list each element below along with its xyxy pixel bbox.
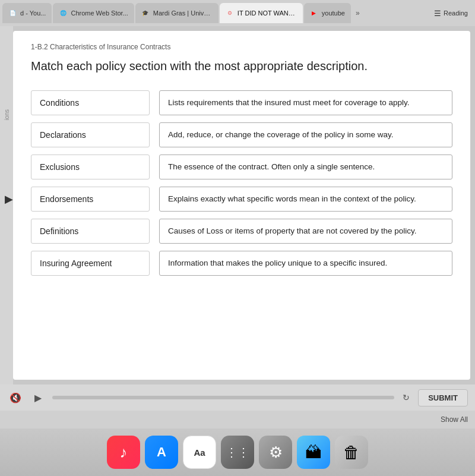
- term-endorsements[interactable]: Endorsements: [31, 187, 150, 212]
- tab-label-youtube: youtube: [322, 10, 345, 17]
- reading-list-label: Reading: [444, 10, 468, 17]
- tab-favicon-you: 📄: [8, 9, 17, 17]
- content-card: 1-B.2 Characteristics of Insurance Contr…: [13, 31, 470, 380]
- finder-icon: 🏔: [305, 443, 322, 462]
- play-button[interactable]: ▶: [30, 389, 46, 406]
- dock-icon-appstore[interactable]: A: [145, 436, 178, 469]
- dock-icon-music[interactable]: ♪: [107, 436, 140, 469]
- appstore-icon: A: [157, 445, 166, 460]
- tab-favicon-youtube: ▶: [310, 9, 318, 17]
- dictionary-icon: Aa: [194, 447, 205, 458]
- reading-list-icon: ☰: [434, 9, 441, 18]
- desc-conditions[interactable]: Lists requirements that the insured must…: [159, 90, 452, 115]
- tab-it-did-not[interactable]: ⚙ IT DID NOT WANT...: [220, 3, 303, 23]
- term-definitions[interactable]: Definitions: [31, 219, 150, 244]
- bottom-toolbar: 🔇 ▶ ↻ SUBMIT: [0, 384, 475, 411]
- desc-insuring-agreement[interactable]: Information that makes the policy unique…: [159, 251, 452, 276]
- term-exclusions[interactable]: Exclusions: [31, 155, 150, 179]
- submit-button[interactable]: SUBMIT: [418, 389, 468, 406]
- term-insuring-agreement[interactable]: Insuring Agreement: [31, 251, 150, 276]
- tab-favicon-mardi: 🎓: [141, 9, 150, 17]
- term-declarations[interactable]: Declarations: [31, 122, 150, 147]
- audio-button[interactable]: 🔇: [7, 389, 24, 406]
- lesson-code: 1-B.2 Characteristics of Insurance Contr…: [31, 43, 452, 51]
- show-all-bar: Show All: [0, 411, 475, 428]
- tab-favicon-it: ⚙: [226, 9, 234, 17]
- tab-bar: 📄 d - You... 🌐 Chrome Web Stor... 🎓 Mard…: [0, 0, 475, 26]
- tab-favicon-chrome: 🌐: [59, 9, 67, 17]
- browser-content: ions ▶ 1-B.2 Characteristics of Insuranc…: [0, 26, 475, 384]
- desc-declarations[interactable]: Add, reduce, or change the coverage of t…: [159, 122, 452, 147]
- progress-bar[interactable]: [52, 396, 394, 399]
- music-icon: ♪: [120, 443, 128, 462]
- dock-icon-dictionary[interactable]: Aa: [183, 436, 216, 469]
- matching-container: Conditions Lists requirements that the i…: [31, 90, 452, 276]
- tab-mardi[interactable]: 🎓 Mardi Gras | Unive...: [135, 3, 218, 23]
- tab-label-you: d - You...: [20, 10, 46, 17]
- tab-label-mardi: Mardi Gras | Unive...: [153, 10, 213, 17]
- term-conditions[interactable]: Conditions: [31, 90, 150, 115]
- sidebar-hint: ions ▶: [0, 26, 13, 384]
- reading-list-button[interactable]: ☰ Reading: [429, 7, 473, 20]
- match-row-5: Definitions Causes of Loss or items of p…: [31, 219, 452, 244]
- dock-icon-trash[interactable]: 🗑: [335, 436, 368, 469]
- tab-youtube[interactable]: ▶ youtube: [304, 3, 351, 23]
- sidebar-hint-label: ions: [4, 109, 10, 120]
- refresh-icon[interactable]: ↻: [400, 392, 412, 404]
- dock-icon-finder[interactable]: 🏔: [297, 436, 330, 469]
- more-tabs-icon[interactable]: »: [352, 9, 363, 17]
- tab-you[interactable]: 📄 d - You...: [2, 3, 52, 23]
- question-title: Match each policy section with the most …: [31, 58, 452, 74]
- mouse-cursor: ▶: [5, 193, 13, 206]
- tab-chrome[interactable]: 🌐 Chrome Web Stor...: [53, 3, 134, 23]
- desc-exclusions[interactable]: The essence of the contract. Often only …: [159, 155, 452, 179]
- match-row-1: Conditions Lists requirements that the i…: [31, 90, 452, 115]
- dock: ♪ A Aa ⋮⋮ ⚙ 🏔 🗑: [0, 428, 475, 476]
- trash-icon: 🗑: [343, 443, 360, 462]
- match-row-4: Endorsements Explains exactly what speci…: [31, 187, 452, 212]
- tab-label-chrome: Chrome Web Stor...: [71, 10, 128, 17]
- tab-label-it: IT DID NOT WANT...: [238, 10, 297, 17]
- match-row-6: Insuring Agreement Information that make…: [31, 251, 452, 276]
- dock-icon-system-prefs[interactable]: ⚙: [259, 436, 292, 469]
- desc-endorsements[interactable]: Explains exactly what specific words mea…: [159, 187, 452, 212]
- desc-definitions[interactable]: Causes of Loss or items of property that…: [159, 219, 452, 244]
- match-row-2: Declarations Add, reduce, or change the …: [31, 122, 452, 147]
- launchpad-icon: ⋮⋮: [226, 445, 249, 459]
- system-prefs-icon: ⚙: [269, 443, 283, 462]
- dock-icon-launchpad[interactable]: ⋮⋮: [221, 436, 254, 469]
- match-row-3: Exclusions The essence of the contract. …: [31, 155, 452, 179]
- show-all-label[interactable]: Show All: [441, 415, 468, 424]
